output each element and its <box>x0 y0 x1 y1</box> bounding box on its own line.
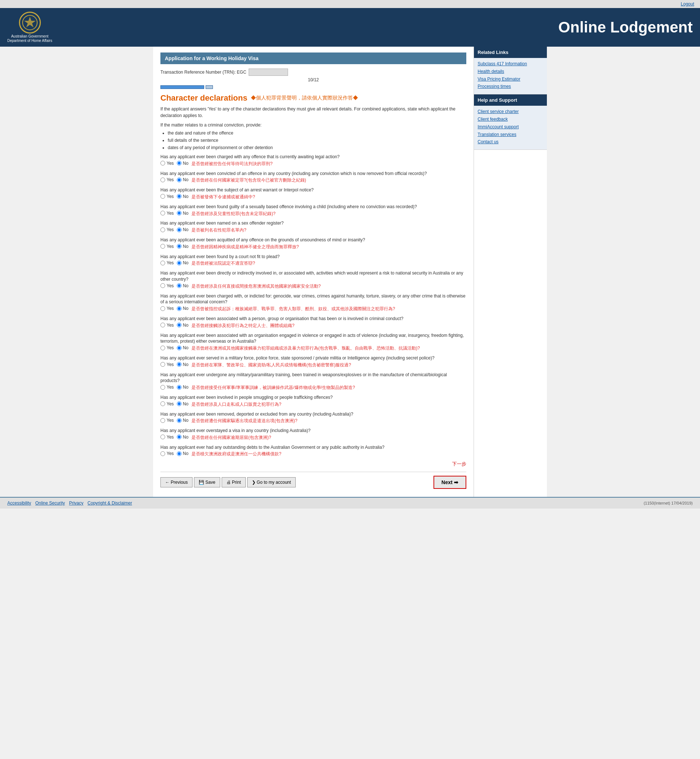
q14-chinese: 是否曾經涉及人口走私或人口販賣之犯罪行為? <box>191 401 281 408</box>
q2-no-group[interactable]: No <box>177 177 189 182</box>
sidebar-link-visa-pricing[interactable]: Visa Pricing Estimator <box>478 76 543 83</box>
q8-no-group[interactable]: No <box>177 283 189 288</box>
header: Australian Government Department of Home… <box>0 8 700 47</box>
q5-no-group[interactable]: No <box>177 227 189 232</box>
q10-yes-radio[interactable] <box>161 323 165 327</box>
q8-no-radio[interactable] <box>177 283 181 288</box>
q4-no-radio[interactable] <box>177 211 181 216</box>
q16-no-group[interactable]: No <box>177 434 189 440</box>
q7-yes-group[interactable]: Yes <box>161 260 174 265</box>
q10-no-group[interactable]: No <box>177 323 189 328</box>
q5-no-radio[interactable] <box>177 228 181 232</box>
q17-yes-group[interactable]: Yes <box>161 451 174 456</box>
q15-yes-radio[interactable] <box>161 418 165 423</box>
q4-yes-radio[interactable] <box>161 211 165 216</box>
q3-yes-radio[interactable] <box>161 194 165 199</box>
q13-yes-label: Yes <box>167 384 174 390</box>
q6-no-group[interactable]: No <box>177 244 189 249</box>
q1-no-group[interactable]: No <box>177 161 189 166</box>
q2-no-radio[interactable] <box>177 178 181 182</box>
save-button[interactable]: 💾 Save <box>194 477 220 487</box>
sidebar-link-client-feedback[interactable]: Client feedback <box>478 116 543 122</box>
q6-yes-group[interactable]: Yes <box>161 244 174 249</box>
q6-no-radio[interactable] <box>177 244 181 248</box>
sidebar-link-processing[interactable]: Processing times <box>478 83 543 90</box>
next-button[interactable]: Next ➡ <box>433 476 466 489</box>
q4-yes-group[interactable]: Yes <box>161 211 174 216</box>
go-to-my-account-button[interactable]: ❯ Go to my account <box>247 477 296 487</box>
footer-privacy[interactable]: Privacy <box>69 501 83 506</box>
sidebar-link-contact[interactable]: Contact us <box>478 139 543 145</box>
q2-yes-group[interactable]: Yes <box>161 177 174 182</box>
q14-no-group[interactable]: No <box>177 401 189 406</box>
q15-yes-group[interactable]: Yes <box>161 418 174 423</box>
q16-no-radio[interactable] <box>177 434 181 439</box>
q3-yes-group[interactable]: Yes <box>161 194 174 199</box>
q11-yes-group[interactable]: Yes <box>161 345 174 350</box>
q1-yes-group[interactable]: Yes <box>161 161 174 166</box>
q11-no-radio[interactable] <box>177 345 181 350</box>
q13-no-radio[interactable] <box>177 385 181 390</box>
q14-yes-group[interactable]: Yes <box>161 401 174 406</box>
q12-no-group[interactable]: No <box>177 362 189 367</box>
q5-yes-group[interactable]: Yes <box>161 227 174 232</box>
sidebar-link-translation[interactable]: Translation services <box>478 131 543 138</box>
q10-no-radio[interactable] <box>177 323 181 327</box>
q7-no-radio[interactable] <box>177 261 181 265</box>
question-4: Has any applicant ever been found guilty… <box>161 204 466 217</box>
help-support-section: Help and Support Client service charter … <box>474 94 547 150</box>
q8-yes-radio[interactable] <box>161 283 165 288</box>
q17-no-group[interactable]: No <box>177 451 189 456</box>
footer-online-security[interactable]: Online Security <box>35 501 65 506</box>
q9-no-radio[interactable] <box>177 306 181 311</box>
q12-no-radio[interactable] <box>177 362 181 367</box>
q9-yes-radio[interactable] <box>161 306 165 311</box>
q13-yes-group[interactable]: Yes <box>161 384 174 390</box>
q4-no-group[interactable]: No <box>177 211 189 216</box>
q3-no-radio[interactable] <box>177 194 181 199</box>
q13-yes-radio[interactable] <box>161 385 165 390</box>
logout-link[interactable]: Logout <box>681 2 694 6</box>
q6-yes-radio[interactable] <box>161 244 165 248</box>
q17-no-radio[interactable] <box>177 451 181 456</box>
sidebar-link-health[interactable]: Health details <box>478 69 543 75</box>
q9-no-group[interactable]: No <box>177 306 189 311</box>
q14-yes-radio[interactable] <box>161 401 165 406</box>
q2-yes-radio[interactable] <box>161 178 165 182</box>
q13-no-group[interactable]: No <box>177 384 189 390</box>
q16-yes-group[interactable]: Yes <box>161 434 174 440</box>
section-desc1: If the applicant answers 'Yes' to any of… <box>161 106 466 119</box>
q11-yes-radio[interactable] <box>161 345 165 350</box>
sidebar-link-immi-support[interactable]: ImmiAccount support <box>478 124 543 130</box>
previous-button[interactable]: ← Previous <box>161 477 192 487</box>
sidebar-link-subclass[interactable]: Subclass 417 Information <box>478 61 543 67</box>
question-14: Has any applicant ever been involved in … <box>161 394 466 408</box>
print-button[interactable]: 🖨 Print <box>222 477 246 487</box>
q15-no-group[interactable]: No <box>177 418 189 423</box>
q10-yes-group[interactable]: Yes <box>161 323 174 328</box>
footer-copyright[interactable]: Copyright & Disclaimer <box>88 501 132 506</box>
q8-yes-group[interactable]: Yes <box>161 283 174 288</box>
q5-yes-radio[interactable] <box>161 228 165 232</box>
q1-yes-radio[interactable] <box>161 161 165 166</box>
q8-yes-label: Yes <box>167 283 174 288</box>
q3-no-group[interactable]: No <box>177 194 189 199</box>
footer-accessibility[interactable]: Accessibility <box>7 501 31 506</box>
q12-yes-group[interactable]: Yes <box>161 362 174 367</box>
sidebar-link-client-service[interactable]: Client service charter <box>478 109 543 115</box>
q13-chinese: 是否曾經接受任何軍事/準軍事訓練，被訓練操作武器/爆炸物或化學/生物製品的製造? <box>191 384 355 391</box>
q1-no-radio[interactable] <box>177 161 181 166</box>
q14-no-radio[interactable] <box>177 401 181 406</box>
q1-yes-label: Yes <box>167 161 174 166</box>
q7-yes-radio[interactable] <box>161 261 165 265</box>
q12-yes-radio[interactable] <box>161 362 165 367</box>
q17-yes-radio[interactable] <box>161 451 165 456</box>
q7-no-group[interactable]: No <box>177 260 189 265</box>
q15-no-radio[interactable] <box>177 418 181 423</box>
q17-yes-label: Yes <box>167 451 174 456</box>
q11-no-group[interactable]: No <box>177 345 189 350</box>
question-5-text: Has any applicant ever been named on a s… <box>161 220 466 226</box>
q9-yes-group[interactable]: Yes <box>161 306 174 311</box>
q16-yes-radio[interactable] <box>161 434 165 439</box>
q8-no-label: No <box>183 283 189 288</box>
